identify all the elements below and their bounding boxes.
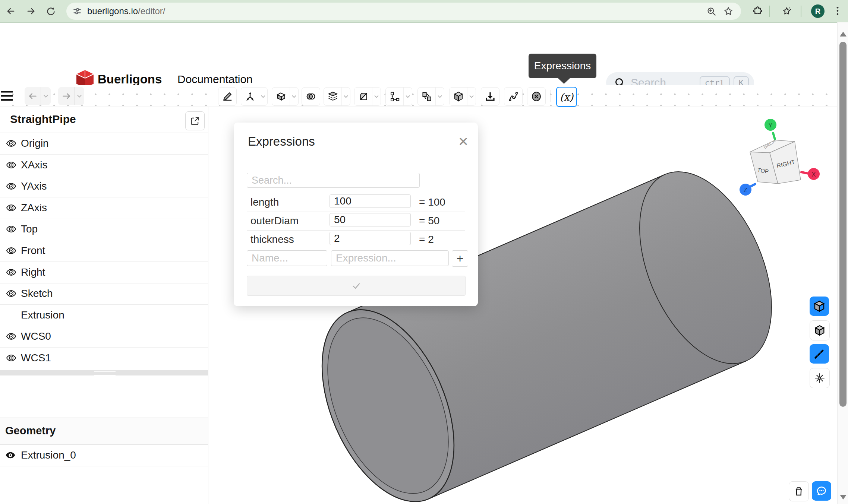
visibility-eye-icon[interactable] [6,245,16,256]
pencil-icon [222,91,233,102]
slice-tool-button[interactable] [324,87,350,106]
redo-button-group[interactable] [58,87,84,105]
redo-dropdown-chevron[interactable] [74,87,84,105]
expression-value-input[interactable] [330,213,411,226]
tree-item-origin[interactable]: Origin [0,133,208,155]
measure-view-button[interactable] [810,344,829,364]
spline-tool-button[interactable] [504,87,523,106]
svg-text:X: X [811,171,816,178]
new-expression-value-input[interactable] [331,250,449,266]
trash-icon [793,486,804,497]
pattern-tool-button[interactable] [417,87,444,106]
shaded-view-button[interactable] [810,320,830,340]
site-settings-icon[interactable] [72,6,82,16]
browser-chrome: buerligons.io/editor/ R [0,0,848,23]
undo-button-group[interactable] [25,87,51,105]
extrude-tool-button[interactable] [272,87,299,106]
tree-item-extrusion[interactable]: Extrusion [0,304,208,326]
toolbar-divider [551,90,551,102]
tree-item-zaxis[interactable]: ZAxis [0,197,208,219]
extrude-dropdown-chevron[interactable] [290,88,298,105]
fillet-dropdown-chevron[interactable] [372,88,381,105]
profile-avatar[interactable]: R [811,4,825,18]
collections-icon[interactable] [781,6,792,17]
scroll-up-arrow[interactable] [840,32,847,37]
remove-button[interactable] [527,87,546,106]
visibility-eye-icon[interactable] [6,181,16,191]
visibility-eye-icon[interactable] [6,267,16,278]
browser-back-button[interactable] [3,3,19,19]
tree-item-right[interactable]: Right [0,261,208,283]
scroll-down-arrow[interactable] [840,495,847,500]
fillet-tool-button[interactable] [354,87,381,106]
gizmo-axis-z[interactable]: Z [740,184,751,196]
back-arrow-icon [6,6,16,16]
solid-tool-button[interactable] [449,87,476,106]
transform-tool-button[interactable] [385,87,412,106]
menu-dots-icon[interactable] [832,5,843,16]
checkmark-icon [351,280,362,291]
zoom-page-icon[interactable] [706,6,716,16]
visibility-eye-icon[interactable] [6,288,16,299]
chrome-divider [769,6,770,17]
geometry-section-header: Geometry [0,418,208,445]
url-text: buerligons.io/editor/ [87,6,165,16]
slice-dropdown-chevron[interactable] [341,88,350,105]
geometry-item-extrusion0[interactable]: Extrusion_0 [0,444,208,466]
expressions-button[interactable]: (x) [556,87,577,107]
extensions-icon[interactable] [752,6,763,17]
import-button[interactable] [481,87,499,106]
visibility-eye-icon[interactable] [6,353,16,363]
sketch-tool-button[interactable] [218,87,237,106]
address-bar[interactable]: buerligons.io/editor/ [66,3,741,20]
new-expression-name-input[interactable] [247,250,327,266]
snap-points-button[interactable] [810,368,830,388]
expression-search-input[interactable] [247,173,420,188]
work-axes-dropdown-chevron[interactable] [259,88,267,105]
fillet-icon [354,88,372,105]
visibility-eye-icon[interactable] [6,160,16,170]
tree-item-xaxis[interactable]: XAxis [0,154,208,176]
open-external-button[interactable] [185,111,205,130]
tree-item-wcs1[interactable]: WCS1 [0,347,208,369]
bookmark-star-icon[interactable] [723,6,734,16]
browser-reload-button[interactable] [43,3,59,19]
add-expression-button[interactable]: + [452,250,468,267]
visibility-eye-icon[interactable] [6,331,16,342]
solid-dropdown-chevron[interactable] [467,88,476,105]
wireframe-view-button[interactable] [810,297,829,316]
confirm-button[interactable] [247,276,466,296]
tree-item-wcs0[interactable]: WCS0 [0,326,208,348]
visibility-eye-icon[interactable] [6,138,16,149]
expression-value-input[interactable] [330,232,411,245]
page-scrollbar[interactable] [837,22,848,504]
expression-row-outerdiam: outerDiam = 50 [247,212,465,231]
boolean-tool-button[interactable] [302,87,320,106]
scrollbar-thumb[interactable] [839,42,847,407]
chat-button[interactable] [812,481,831,501]
undo-dropdown-chevron[interactable] [41,87,51,105]
tree-item-sketch[interactable]: Sketch [0,283,208,305]
redo-icon[interactable] [58,87,74,105]
work-axes-tool-button[interactable] [241,87,268,106]
chat-bubble-icon [816,485,827,497]
undo-icon[interactable] [25,87,41,105]
tree-item-top[interactable]: Top [0,218,208,240]
work-axes-icon [241,88,259,105]
tree-item-front[interactable]: Front [0,240,208,262]
visibility-eye-icon[interactable] [6,203,16,213]
delete-button[interactable] [789,481,809,501]
panel-splitter[interactable] [0,370,208,375]
part-title: StraightPipe [10,113,76,126]
transform-dropdown-chevron[interactable] [403,88,412,105]
gizmo-axis-x[interactable]: X [808,168,820,180]
close-icon[interactable]: ✕ [457,135,470,148]
browser-forward-button[interactable] [23,3,39,19]
visibility-eye-icon[interactable] [6,224,16,234]
visibility-eye-filled-icon[interactable] [5,450,16,460]
gizmo-axis-y[interactable]: Y [765,119,776,131]
tree-item-yaxis[interactable]: YAxis [0,175,208,197]
pattern-dropdown-chevron[interactable] [435,88,444,105]
menu-hamburger-icon[interactable] [1,90,13,102]
expression-value-input[interactable] [330,194,411,208]
